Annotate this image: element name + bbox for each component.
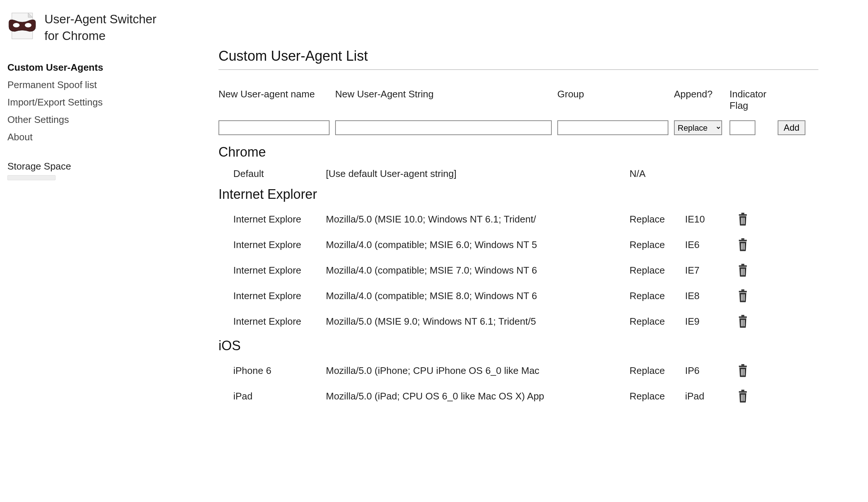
svg-rect-20 — [741, 294, 742, 301]
svg-rect-19 — [741, 290, 744, 291]
entry-string: Mozilla/5.0 (iPhone; CPU iPhone OS 6_0 l… — [326, 365, 552, 376]
entry-append: Replace — [630, 365, 685, 376]
main-content: Custom User-Agent List New User-agent na… — [218, 0, 833, 409]
entry-name: Default — [218, 168, 326, 180]
entry-name: Internet Explore — [218, 214, 326, 225]
add-button[interactable]: Add — [778, 120, 805, 135]
svg-rect-13 — [739, 265, 747, 267]
delete-icon[interactable] — [737, 235, 759, 254]
sidebar-item-custom-user-agents[interactable]: Custom User-Agents — [7, 59, 218, 76]
entry-append: N/A — [630, 168, 685, 180]
entry-name: Internet Explore — [218, 239, 326, 251]
entry-row: Internet ExploreMozilla/5.0 (MSIE 9.0; W… — [218, 309, 818, 334]
divider — [218, 69, 818, 70]
entry-name: Internet Explore — [218, 290, 326, 302]
entry-append: Replace — [630, 391, 685, 402]
svg-rect-33 — [739, 391, 747, 393]
delete-icon[interactable] — [737, 387, 759, 406]
entry-append: Replace — [630, 290, 685, 302]
svg-rect-12 — [744, 243, 745, 250]
entry-append: Replace — [630, 214, 685, 225]
entry-row: Internet ExploreMozilla/4.0 (compatible;… — [218, 232, 818, 258]
svg-rect-37 — [744, 395, 745, 401]
entry-flag: IE7 — [685, 265, 737, 276]
entry-row: Internet ExploreMozilla/4.0 (compatible;… — [218, 283, 818, 309]
svg-rect-28 — [739, 366, 747, 367]
svg-rect-24 — [741, 315, 744, 317]
entry-append: Replace — [630, 239, 685, 251]
svg-rect-32 — [744, 369, 745, 375]
entry-string: Mozilla/5.0 (iPad; CPU OS 6_0 like Mac O… — [326, 391, 552, 402]
entry-row: iPhone 6Mozilla/5.0 (iPhone; CPU iPhone … — [218, 358, 818, 384]
entry-flag: IE6 — [685, 239, 737, 251]
svg-rect-18 — [739, 291, 747, 292]
group-heading-internet-explorer: Internet Explorer — [218, 187, 818, 202]
name-input[interactable] — [218, 120, 330, 135]
group-heading-chrome: Chrome — [218, 144, 818, 160]
flag-input[interactable] — [730, 120, 755, 135]
app-title-line2: for Chrome — [44, 29, 106, 43]
group-input[interactable] — [557, 120, 668, 135]
storage-section: Storage Space — [7, 161, 218, 180]
header-append: Append? — [674, 88, 730, 100]
svg-rect-8 — [739, 240, 747, 241]
svg-rect-26 — [742, 320, 743, 326]
svg-rect-27 — [744, 320, 745, 326]
entry-flag: IE8 — [685, 290, 737, 302]
string-input[interactable] — [335, 120, 552, 135]
svg-rect-35 — [741, 395, 742, 401]
svg-rect-25 — [741, 320, 742, 326]
entry-row: iPadMozilla/5.0 (iPad; CPU OS 6_0 like M… — [218, 384, 818, 409]
sidebar-item-permanent-spoof-list[interactable]: Permanent Spoof list — [7, 76, 218, 94]
header-string: New User-Agent String — [335, 88, 557, 100]
svg-rect-30 — [741, 369, 742, 375]
entry-string: Mozilla/4.0 (compatible; MSIE 7.0; Windo… — [326, 265, 552, 276]
entry-name: Internet Explore — [218, 265, 326, 276]
svg-rect-6 — [742, 218, 743, 224]
input-row: Replace Add — [218, 120, 818, 135]
entry-string: Mozilla/4.0 (compatible; MSIE 8.0; Windo… — [326, 290, 552, 302]
storage-bar — [7, 175, 56, 180]
header-name: New User-agent name — [218, 88, 335, 100]
entry-flag: IE10 — [685, 214, 737, 225]
header-group: Group — [557, 88, 674, 100]
entry-row: Default[Use default User-agent string]N/… — [218, 164, 818, 183]
delete-icon[interactable] — [737, 210, 759, 229]
entry-flag: iPad — [685, 391, 737, 402]
sidebar-item-import-export-settings[interactable]: Import/Export Settings — [7, 94, 218, 111]
svg-rect-36 — [742, 395, 743, 401]
svg-rect-15 — [741, 269, 742, 275]
entry-string: [Use default User-agent string] — [326, 168, 552, 180]
delete-icon[interactable] — [737, 287, 759, 305]
svg-point-2 — [25, 23, 31, 27]
svg-rect-22 — [744, 294, 745, 301]
sidebar-item-about[interactable]: About — [7, 128, 218, 146]
sidebar-item-other-settings[interactable]: Other Settings — [7, 111, 218, 128]
column-headers: New User-agent name New User-Agent Strin… — [218, 88, 818, 111]
entry-append: Replace — [630, 265, 685, 276]
entry-name: iPad — [218, 391, 326, 402]
entry-string: Mozilla/5.0 (MSIE 10.0; Windows NT 6.1; … — [326, 214, 552, 225]
svg-rect-17 — [744, 269, 745, 275]
append-select[interactable]: Replace — [674, 120, 722, 135]
entry-append: Replace — [630, 316, 685, 327]
entry-row: Internet ExploreMozilla/4.0 (compatible;… — [218, 258, 818, 283]
entry-string: Mozilla/5.0 (MSIE 9.0; Windows NT 6.1; T… — [326, 316, 552, 327]
mask-logo-icon — [7, 11, 37, 41]
svg-rect-9 — [741, 238, 744, 240]
entry-name: iPhone 6 — [218, 365, 326, 376]
delete-icon[interactable] — [737, 361, 759, 380]
storage-label: Storage Space — [7, 161, 218, 172]
header-flag: Indicator Flag — [730, 88, 774, 111]
delete-icon[interactable] — [737, 312, 759, 331]
app-title: User-Agent Switcher for Chrome — [44, 11, 157, 44]
delete-icon[interactable] — [737, 261, 759, 280]
svg-rect-34 — [741, 390, 744, 391]
svg-rect-21 — [742, 294, 743, 301]
logo-block: User-Agent Switcher for Chrome — [7, 11, 218, 44]
sidebar: User-Agent Switcher for Chrome Custom Us… — [0, 0, 218, 409]
group-heading-ios: iOS — [218, 338, 818, 354]
svg-rect-5 — [741, 218, 742, 224]
app-title-line1: User-Agent Switcher — [44, 12, 157, 26]
page-title: Custom User-Agent List — [218, 48, 818, 64]
